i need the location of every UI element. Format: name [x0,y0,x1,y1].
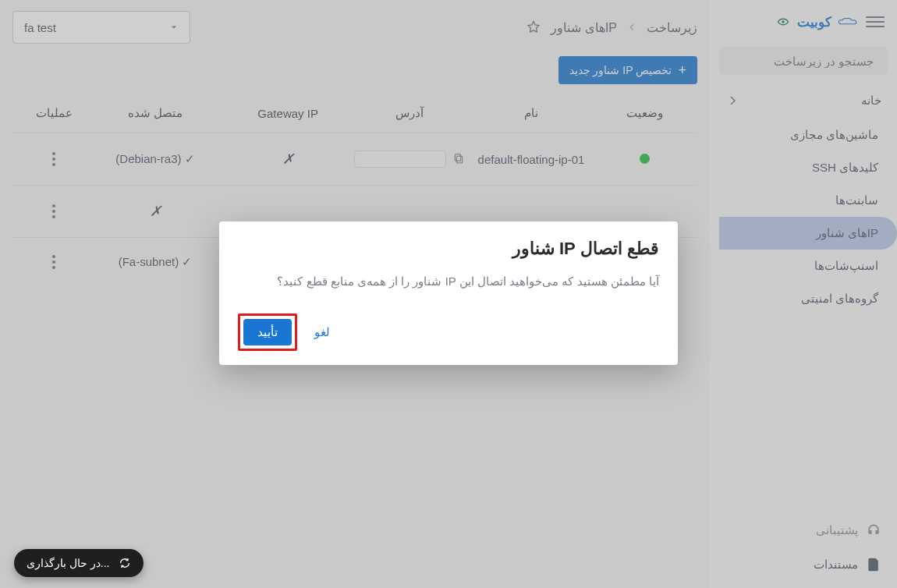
loading-label: ...در حال بارگذاری [27,557,109,569]
loading-toast: ...در حال بارگذاری [14,549,144,577]
disconnect-dialog: قطع اتصال IP شناور آیا مطمئن هستید که می… [219,221,678,365]
confirm-highlight: تأیید [238,313,297,351]
cancel-button[interactable]: لغو [311,319,333,345]
confirm-button[interactable]: تأیید [243,319,292,345]
refresh-icon [119,557,131,569]
dialog-title: قطع اتصال IP شناور [238,239,659,259]
modal-overlay[interactable]: قطع اتصال IP شناور آیا مطمئن هستید که می… [0,0,897,588]
dialog-body: آیا مطمئن هستید که می‌خواهید اتصال این I… [238,271,659,292]
